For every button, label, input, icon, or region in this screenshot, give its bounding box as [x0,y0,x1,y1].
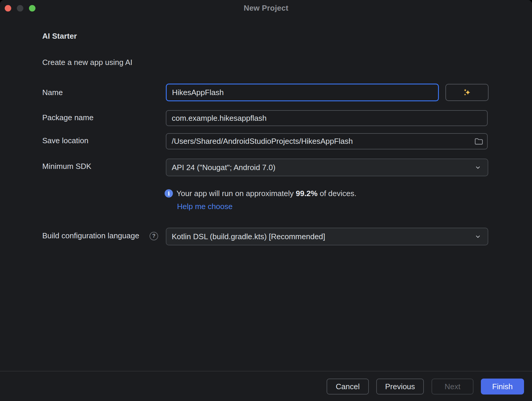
close-window-button[interactable] [5,5,11,12]
next-button: Next [432,379,473,395]
name-input[interactable] [166,84,439,101]
help-me-choose-link[interactable]: Help me choose [177,202,233,211]
build-config-value: Kotlin DSL (build.gradle.kts) [Recommend… [172,232,474,241]
folder-icon [474,138,483,145]
minimum-sdk-dropdown[interactable]: API 24 ("Nougat"; Android 7.0) [166,159,488,176]
minimum-sdk-label: Minimum SDK [42,162,91,171]
name-label: Name [42,88,63,97]
save-location-label: Save location [42,136,88,145]
minimize-window-button [17,5,23,12]
page-subtitle: Create a new app using AI [42,58,132,67]
new-project-dialog: New Project AI Starter Create a new app … [0,0,532,401]
build-config-dropdown[interactable]: Kotlin DSL (build.gradle.kts) [Recommend… [166,228,488,245]
question-mark-icon[interactable]: ? [150,232,158,240]
footer-separator [0,371,532,371]
cancel-button[interactable]: Cancel [327,379,369,395]
minimum-sdk-value: API 24 ("Nougat"; Android 7.0) [172,163,474,172]
sparkle-icon [462,88,472,97]
zoom-window-button[interactable] [29,5,35,12]
package-name-label: Package name [42,113,93,122]
browse-save-location-button[interactable] [472,136,485,146]
sdk-coverage-percent: 99.2% [296,189,318,198]
build-config-label: Build configuration language [42,231,139,240]
finish-button[interactable]: Finish [481,379,524,395]
info-icon: i [165,189,173,198]
chevron-down-icon [474,164,482,171]
traffic-lights [5,5,35,12]
chevron-down-icon [474,233,482,240]
page-title: AI Starter [42,32,77,41]
previous-button[interactable]: Previous [376,379,424,395]
sdk-coverage-text: Your app will run on approximately 99.2%… [176,189,356,198]
package-name-input[interactable] [166,110,488,126]
titlebar: New Project [0,0,532,16]
window-title: New Project [0,0,532,16]
save-location-input[interactable] [166,133,488,149]
ai-generate-button[interactable] [445,84,489,101]
